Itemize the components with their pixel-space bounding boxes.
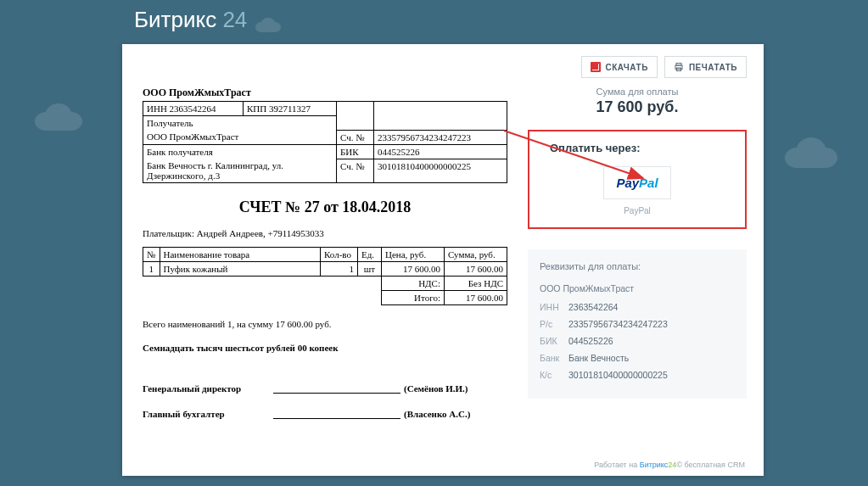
signatures: Генеральный директор (Семёнов И.И.) Глав… — [143, 383, 507, 419]
req-title: Реквизиты для оплаты: — [540, 261, 735, 271]
inn-cell: ИНН 2363542264 — [143, 102, 244, 116]
signature-line — [273, 393, 400, 394]
col-price: Цена, руб. — [382, 248, 445, 262]
req-org: ООО ПромЖмыхТраст — [540, 283, 735, 293]
sum-label: Сумма для оплаты — [528, 87, 747, 97]
col-name: Наименование товара — [160, 248, 321, 262]
kpp-cell: КПП 392711327 — [244, 102, 337, 116]
requisites-box: Реквизиты для оплаты: ООО ПромЖмыхТраст … — [528, 249, 747, 399]
items-table: № Наименование товара Кол-во Ед. Цена, р… — [143, 247, 507, 305]
invoice-document: ООО ПромЖмыхТраст ИНН 2363542264 КПП 392… — [143, 87, 507, 434]
col-qty: Кол-во — [321, 248, 358, 262]
sum-value: 17 600 руб. — [528, 98, 747, 116]
pay-title: Оплатить через: — [538, 142, 736, 154]
action-row: СКАЧАТЬ ПЕЧАТАТЬ — [143, 56, 747, 78]
footer-brand-link[interactable]: Битрикс24 — [640, 461, 677, 469]
recipient-name: ООО ПромЖмыхТраст — [143, 130, 337, 144]
print-label: ПЕЧАТАТЬ — [689, 63, 737, 72]
bank-acct-label: Сч. № — [337, 159, 374, 183]
signature-line — [273, 418, 400, 419]
director-name: (Семёнов И.И.) — [404, 383, 468, 394]
cloud-decoration — [783, 136, 860, 178]
paypal-button[interactable]: PayPal — [603, 166, 670, 199]
org-details-table: ИНН 2363542264 КПП 392711327 Получатель … — [143, 101, 507, 183]
bank-name: Банк Вечность г. Калининград, ул. Дзержи… — [143, 159, 337, 183]
director-role: Генеральный директор — [143, 383, 270, 394]
download-button[interactable]: СКАЧАТЬ — [581, 56, 658, 78]
payment-box: Оплатить через: PayPal PayPal — [528, 130, 747, 229]
vat-label: НДС: — [382, 277, 445, 291]
pdf-icon — [591, 62, 601, 72]
acct-value: 23357956734234247223 — [374, 130, 507, 144]
summary-line: Всего наименований 1, на сумму 17 600.00… — [143, 319, 507, 329]
brand-part1: Битрикс — [134, 7, 216, 32]
vat-value: Без НДС — [445, 277, 507, 291]
total-value: 17 600.00 — [445, 291, 507, 305]
col-num: № — [143, 248, 160, 262]
brand-part2: 24 — [222, 7, 247, 32]
bank-acct-value: 30101810400000000225 — [374, 159, 507, 183]
org-name: ООО ПромЖмыхТраст — [143, 87, 507, 99]
sidebar: Сумма для оплаты 17 600 руб. Оплатить че… — [528, 87, 747, 434]
print-icon — [674, 62, 684, 72]
brand-header: Битрикс 24 — [0, 0, 868, 43]
recipient-label: Получатель — [143, 116, 337, 131]
bank-label: Банк получателя — [143, 144, 337, 159]
print-button[interactable]: ПЕЧАТАТЬ — [664, 56, 747, 78]
accountant-name: (Власенко А.С.) — [404, 409, 470, 419]
invoice-title: СЧЕТ № 27 от 18.04.2018 — [143, 198, 507, 216]
download-label: СКАЧАТЬ — [606, 63, 648, 72]
accountant-role: Главный бухгалтер — [143, 409, 270, 419]
bik-value: 044525226 — [374, 144, 507, 159]
payer-line: Плательщик: Андрей Андреев, +79114953033 — [143, 228, 507, 238]
acct-label: Сч. № — [337, 130, 374, 144]
footer: Работает на Битрикс24© бесплатная CRM — [594, 461, 745, 469]
cloud-decoration — [34, 102, 102, 139]
cloud-decoration — [255, 17, 294, 39]
col-unit: Ед. — [358, 248, 382, 262]
bik-label: БИК — [337, 144, 374, 159]
invoice-sheet: СКАЧАТЬ ПЕЧАТАТЬ ООО ПромЖмыхТраст ИНН 2… — [122, 44, 764, 476]
paypal-caption: PayPal — [538, 206, 736, 215]
summary-words: Семнадцать тысяч шестьсот рублей 00 копе… — [143, 343, 507, 353]
total-label: Итого: — [382, 291, 445, 305]
table-row: 1 Пуфик кожаный 1 шт 17 600.00 17 600.00 — [143, 262, 507, 277]
col-sum: Сумма, руб. — [445, 248, 507, 262]
